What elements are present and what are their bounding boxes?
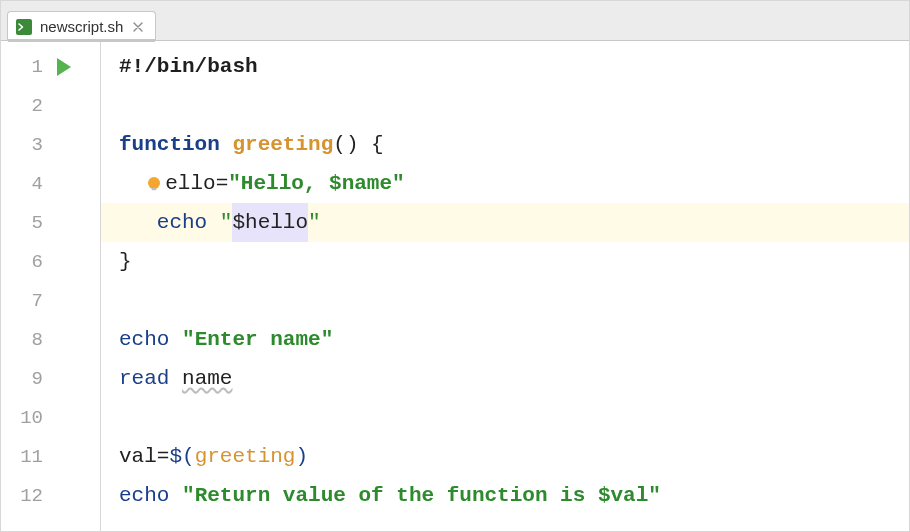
token-cmdsub: $( [169, 437, 194, 476]
indent [119, 164, 144, 203]
code-line[interactable] [101, 86, 909, 125]
token-var-in-string: $val [598, 476, 648, 515]
line-number: 1 [11, 56, 43, 78]
code-area[interactable]: #!/bin/bash function greeting() { ello="… [101, 41, 909, 531]
code-line[interactable]: val=$(greeting) [101, 437, 909, 476]
lightbulb-icon[interactable] [144, 174, 164, 194]
tab-bar: newscript.sh [1, 1, 909, 41]
code-line[interactable]: #!/bin/bash [101, 47, 909, 86]
line-number: 2 [11, 95, 43, 117]
token-string: " [182, 476, 195, 515]
token-funcname: greeting [232, 125, 333, 164]
line-number: 10 [11, 407, 43, 429]
token-cmdsub: ) [295, 437, 308, 476]
token-string: Hello, [241, 164, 329, 203]
line-number: 6 [11, 251, 43, 273]
svg-rect-2 [152, 188, 157, 190]
token-lhs: val= [119, 437, 169, 476]
line-number: 7 [11, 290, 43, 312]
line-number: 11 [11, 446, 43, 468]
token-punct: } [119, 242, 132, 281]
token-lhs: ello= [165, 164, 228, 203]
gutter-row[interactable]: 2 [1, 86, 100, 125]
line-number: 5 [11, 212, 43, 234]
code-line[interactable]: } [101, 242, 909, 281]
token-string: " [392, 164, 405, 203]
token-builtin: read [119, 359, 169, 398]
token-string: " [220, 203, 233, 242]
gutter-row[interactable]: 7 [1, 281, 100, 320]
line-number: 9 [11, 368, 43, 390]
code-line[interactable]: ello="Hello, $name" [101, 164, 909, 203]
token-string: "Enter name" [182, 320, 333, 359]
gutter-row[interactable]: 8 [1, 320, 100, 359]
svg-point-1 [148, 177, 160, 189]
gutter-row[interactable]: 10 [1, 398, 100, 437]
code-line[interactable]: echo "$hello" [101, 203, 909, 242]
token-var-in-string: $name [329, 164, 392, 203]
svg-rect-0 [16, 19, 32, 35]
token-punct: ) [346, 125, 359, 164]
token-builtin: echo [119, 320, 169, 359]
token-punct: ( [333, 125, 346, 164]
tab-newscript[interactable]: newscript.sh [7, 11, 156, 41]
token-identifier: name [182, 359, 232, 398]
token-builtin: echo [157, 203, 207, 242]
token-keyword: function [119, 125, 220, 164]
line-number: 8 [11, 329, 43, 351]
tab-filename: newscript.sh [40, 18, 123, 35]
indent [119, 203, 157, 242]
code-line[interactable] [101, 398, 909, 437]
gutter-row[interactable]: 11 [1, 437, 100, 476]
editor-root: newscript.sh 1 2 3 4 5 6 7 8 9 10 11 [0, 0, 910, 532]
gutter-row[interactable]: 5 [1, 203, 100, 242]
shell-file-icon [16, 19, 32, 35]
gutter-row[interactable]: 1 [1, 47, 100, 86]
code-line[interactable]: function greeting() { [101, 125, 909, 164]
gutter-row[interactable]: 3 [1, 125, 100, 164]
token-string: " [228, 164, 241, 203]
editor-body: 1 2 3 4 5 6 7 8 9 10 11 12 #!/bin/bash f… [1, 41, 909, 531]
code-line[interactable] [101, 281, 909, 320]
token-variable: $hello [232, 203, 308, 242]
code-line[interactable]: read name [101, 359, 909, 398]
close-icon[interactable] [131, 20, 145, 34]
token-string: Return value of the function is [195, 476, 598, 515]
token-funcname: greeting [195, 437, 296, 476]
line-number: 4 [11, 173, 43, 195]
run-icon[interactable] [57, 58, 71, 76]
token-shabang: #!/bin/bash [119, 47, 258, 86]
token-builtin: echo [119, 476, 169, 515]
gutter-row[interactable]: 6 [1, 242, 100, 281]
code-line[interactable]: echo "Enter name" [101, 320, 909, 359]
gutter-row[interactable]: 12 [1, 476, 100, 515]
token-punct: { [358, 125, 383, 164]
gutter-row[interactable]: 9 [1, 359, 100, 398]
line-number: 12 [11, 485, 43, 507]
gutter-row[interactable]: 4 [1, 164, 100, 203]
code-line[interactable]: echo "Return value of the function is $v… [101, 476, 909, 515]
token-string: " [648, 476, 661, 515]
line-number: 3 [11, 134, 43, 156]
token-string: " [308, 203, 321, 242]
gutter: 1 2 3 4 5 6 7 8 9 10 11 12 [1, 41, 101, 531]
